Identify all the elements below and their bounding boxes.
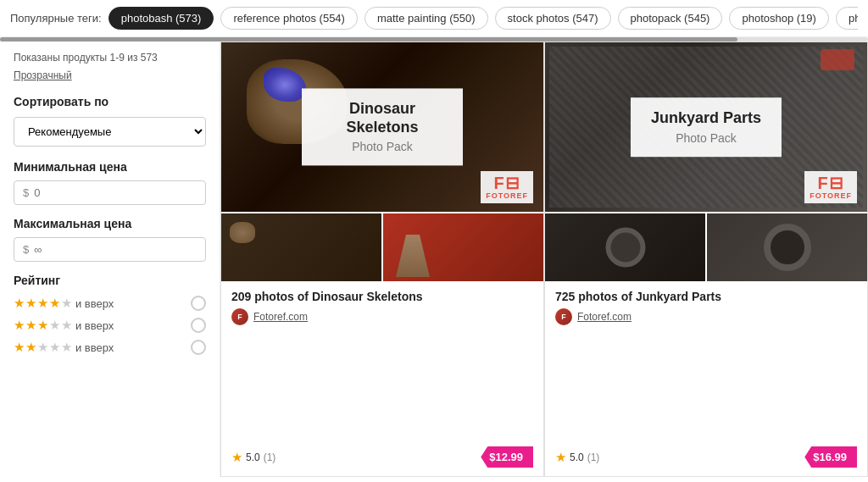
star-5: ★ <box>61 318 72 333</box>
junk-overlay-title: Junkyard Parts <box>651 109 761 128</box>
junk-star: ★ <box>555 450 566 465</box>
star-2: ★ <box>25 340 36 355</box>
star-2: ★ <box>25 318 36 333</box>
clear-filter-link[interactable]: Прозрачный <box>14 69 72 81</box>
tag-photopack[interactable]: photopack (545) <box>618 7 723 30</box>
rating-2-stars-label: ★ ★ ★ ★ ★ и вверх <box>14 340 114 355</box>
tags-bar: Популярные теги: photobash (573) referen… <box>0 0 868 37</box>
dino-thumbnails <box>221 213 543 281</box>
tag-stock-photos[interactable]: stock photos (547) <box>495 7 611 30</box>
product-card-junkyard[interactable]: Junkyard Parts Photo Pack F⊟ FOTOREF 725… <box>544 42 868 477</box>
stars-2: ★ ★ ★ ★ ★ <box>14 340 72 355</box>
dino-rating-value: 5.0 <box>246 452 260 463</box>
dino-overlay-subtitle: Photo Pack <box>322 141 442 154</box>
rating-4-radio[interactable] <box>191 296 206 311</box>
dino-card-footer: ★ 5.0 (1) $12.99 <box>221 446 543 476</box>
rating-2-label: и вверх <box>75 341 114 354</box>
junk-thumbnails <box>545 213 867 281</box>
sidebar: Показаны продукты 1-9 из 573 Прозрачный … <box>0 42 220 477</box>
dino-images-top: Dinosaur Skeletons Photo Pack F⊟ FOTOREF <box>221 42 543 212</box>
fotoref-icon-2: F⊟ <box>817 175 843 191</box>
junk-rating-value: 5.0 <box>570 452 584 463</box>
star-5: ★ <box>61 340 72 355</box>
star-3: ★ <box>37 340 48 355</box>
dino-card-title: 209 photos of Dinosaur Skeletons <box>231 290 533 303</box>
max-price-input[interactable] <box>34 243 197 256</box>
rating-row-2: ★ ★ ★ ★ ★ и вверх <box>14 340 206 355</box>
junk-seller-avatar: F <box>555 308 572 325</box>
max-price-label: Максимальная цена <box>14 217 206 230</box>
rating-row-3: ★ ★ ★ ★ ★ и вверх <box>14 318 206 333</box>
dino-overlay: Dinosaur Skeletons Photo Pack <box>302 88 463 165</box>
junk-fotoref-logo: F⊟ FOTOREF <box>804 171 857 203</box>
star-1: ★ <box>14 340 25 355</box>
rating-label: Рейтинг <box>14 274 206 287</box>
junk-seller-link[interactable]: Fotoref.com <box>577 311 632 323</box>
tag-photobash[interactable]: photobash (573) <box>108 7 214 30</box>
junk-card-info: 725 photos of Junkyard Parts F Fotoref.c… <box>545 281 867 446</box>
fotoref-icon: F⊟ <box>493 175 520 191</box>
max-price-input-wrap: $ <box>14 237 206 262</box>
dino-seller-row: F Fotoref.com <box>231 308 533 325</box>
stars-3: ★ ★ ★ ★ ★ <box>14 318 72 333</box>
star-4: ★ <box>49 318 60 333</box>
star-5: ★ <box>61 296 72 311</box>
sort-select[interactable]: Рекомендуемые Сначала новые Цена по возр… <box>14 117 206 147</box>
rating-3-label: и вверх <box>75 319 114 332</box>
dino-card-info: 209 photos of Dinosaur Skeletons F Fotor… <box>221 281 543 446</box>
star-4: ★ <box>49 296 60 311</box>
max-price-currency: $ <box>23 243 29 256</box>
dino-rating: ★ 5.0 (1) <box>231 450 275 465</box>
junk-rating: ★ 5.0 (1) <box>555 450 599 465</box>
tag-matte-painting[interactable]: matte painting (550) <box>364 7 488 30</box>
sort-label: Сортировать по <box>14 95 206 108</box>
star-1: ★ <box>14 318 25 333</box>
dino-thumb-2 <box>383 213 543 281</box>
rating-4-stars-label: ★ ★ ★ ★ ★ и вверх <box>14 296 114 311</box>
tags-list: photobash (573) reference photos (554) m… <box>108 7 858 30</box>
junk-rating-count: (1) <box>587 452 600 463</box>
junk-card-footer: ★ 5.0 (1) $16.99 <box>545 446 867 476</box>
min-price-label: Минимальная цена <box>14 160 206 174</box>
rating-2-radio[interactable] <box>191 340 206 355</box>
tag-pho[interactable]: pho... <box>836 7 858 30</box>
stars-4: ★ ★ ★ ★ ★ <box>14 296 72 311</box>
star-1: ★ <box>14 296 25 311</box>
junk-seller-row: F Fotoref.com <box>555 308 857 325</box>
min-price-currency: $ <box>23 186 29 199</box>
products-count: Показаны продукты 1-9 из 573 <box>14 52 206 64</box>
rating-3-radio[interactable] <box>191 318 206 333</box>
junk-images-top: Junkyard Parts Photo Pack F⊟ FOTOREF <box>545 42 867 212</box>
tag-photoshop[interactable]: photoshop (19) <box>729 7 828 30</box>
fotoref-label: FOTOREF <box>486 191 528 200</box>
dino-star: ★ <box>231 450 242 465</box>
dino-rating-count: (1) <box>264 452 276 463</box>
min-price-input[interactable] <box>34 186 197 199</box>
star-3: ★ <box>37 296 48 311</box>
tags-label: Популярные теги: <box>10 12 102 25</box>
junk-overlay-subtitle: Photo Pack <box>651 131 761 145</box>
dino-overlay-title: Dinosaur Skeletons <box>322 100 442 136</box>
min-price-input-wrap: $ <box>14 180 206 205</box>
junk-thumb-1 <box>545 213 705 281</box>
dino-seller-avatar: F <box>231 308 248 325</box>
dino-thumb-1 <box>221 213 381 281</box>
junk-card-title: 725 photos of Junkyard Parts <box>555 290 857 303</box>
star-4: ★ <box>49 340 60 355</box>
dino-price-tag[interactable]: $12.99 <box>481 446 533 468</box>
star-2: ★ <box>25 296 36 311</box>
fotoref-label-2: FOTOREF <box>810 191 852 200</box>
dino-fotoref-logo: F⊟ FOTOREF <box>481 171 533 203</box>
product-grid: Dinosaur Skeletons Photo Pack F⊟ FOTOREF… <box>220 42 868 477</box>
junk-overlay: Junkyard Parts Photo Pack <box>631 97 782 157</box>
rating-3-stars-label: ★ ★ ★ ★ ★ и вверх <box>14 318 114 333</box>
dino-seller-link[interactable]: Fotoref.com <box>253 311 308 323</box>
junk-thumb-2 <box>707 213 867 281</box>
tag-reference-photos[interactable]: reference photos (554) <box>220 7 358 30</box>
star-3: ★ <box>37 318 48 333</box>
junk-price-tag[interactable]: $16.99 <box>804 446 857 468</box>
rating-4-label: и вверх <box>75 297 114 310</box>
rating-row-4: ★ ★ ★ ★ ★ и вверх <box>14 296 206 311</box>
product-card-dinosaur[interactable]: Dinosaur Skeletons Photo Pack F⊟ FOTOREF… <box>220 42 544 477</box>
main-layout: Показаны продукты 1-9 из 573 Прозрачный … <box>0 42 868 477</box>
